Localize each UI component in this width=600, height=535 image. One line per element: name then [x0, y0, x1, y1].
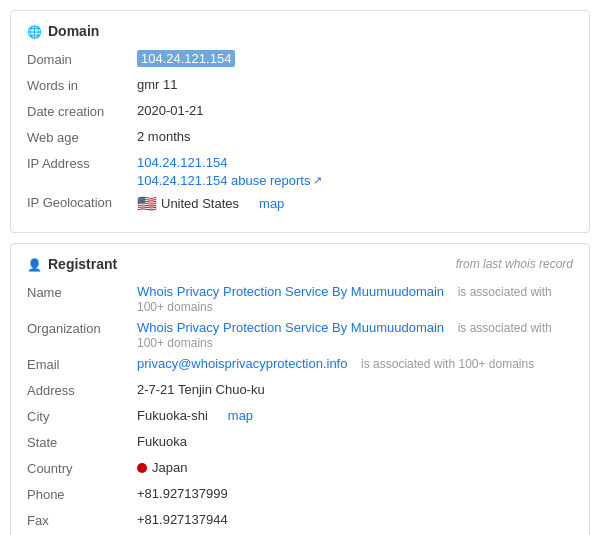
- state-value: Fukuoka: [137, 434, 573, 449]
- registrant-title: Registrant: [27, 256, 117, 272]
- organization-label: Organization: [27, 320, 137, 336]
- city-map-link[interactable]: map: [228, 408, 253, 423]
- date-creation-label: Date creation: [27, 103, 137, 119]
- ip-address-label: IP Address: [27, 155, 137, 171]
- us-flag-icon: 🇺🇸: [137, 194, 157, 213]
- country-name: Japan: [152, 460, 187, 475]
- web-age-value: 2 months: [137, 129, 573, 144]
- ip-address-row: IP Address 104.24.121.154 104.24.121.154…: [27, 155, 573, 188]
- email-row: Email privacy@whoisprivacyprotection.inf…: [27, 356, 573, 376]
- city-value: Fukuoka-shi map: [137, 408, 573, 423]
- country-label: Country: [27, 460, 137, 476]
- organization-link[interactable]: Whois Privacy Protection Service By Muum…: [137, 320, 444, 335]
- name-row: Name Whois Privacy Protection Service By…: [27, 284, 573, 314]
- email-value: privacy@whoisprivacyprotection.info is a…: [137, 356, 573, 371]
- email-link[interactable]: privacy@whoisprivacyprotection.info: [137, 356, 347, 371]
- domain-row: Domain 104.24.121.154: [27, 51, 573, 71]
- external-link-icon: ↗: [313, 174, 322, 187]
- address-value: 2-7-21 Tenjin Chuo-ku: [137, 382, 573, 397]
- ip-geolocation-row: IP Geolocation 🇺🇸 United States map: [27, 194, 573, 214]
- phone-label: Phone: [27, 486, 137, 502]
- words-in-row: Words in gmr 11: [27, 77, 573, 97]
- domain-highlighted[interactable]: 104.24.121.154: [137, 50, 235, 67]
- web-age-row: Web age 2 months: [27, 129, 573, 149]
- email-associated: is associated with 100+ domains: [361, 357, 534, 371]
- date-creation-value: 2020-01-21: [137, 103, 573, 118]
- city-row: City Fukuoka-shi map: [27, 408, 573, 428]
- words-in-value: gmr 11: [137, 77, 573, 92]
- address-row: Address 2-7-21 Tenjin Chuo-ku: [27, 382, 573, 402]
- email-label: Email: [27, 356, 137, 372]
- city-label: City: [27, 408, 137, 424]
- words-in-label: Words in: [27, 77, 137, 93]
- country-value: Japan: [137, 460, 573, 475]
- name-value: Whois Privacy Protection Service By Muum…: [137, 284, 573, 314]
- state-row: State Fukuoka: [27, 434, 573, 454]
- state-label: State: [27, 434, 137, 450]
- date-creation-row: Date creation 2020-01-21: [27, 103, 573, 123]
- phone-value: +81.927137999: [137, 486, 573, 501]
- ip-geolocation-label: IP Geolocation: [27, 194, 137, 210]
- country-row: Country Japan: [27, 460, 573, 480]
- organization-value: Whois Privacy Protection Service By Muum…: [137, 320, 573, 350]
- ip-link[interactable]: 104.24.121.154: [137, 155, 573, 170]
- domain-label: Domain: [27, 51, 137, 67]
- domain-value: 104.24.121.154: [137, 51, 573, 66]
- globe-icon: [27, 23, 42, 39]
- from-record-label: from last whois record: [456, 257, 573, 271]
- name-label: Name: [27, 284, 137, 300]
- abuse-link[interactable]: 104.24.121.154 abuse reports ↗: [137, 173, 573, 188]
- phone-row: Phone +81.927137999: [27, 486, 573, 506]
- registrant-section: Registrant from last whois record Name W…: [10, 243, 590, 535]
- country-dot-icon: [137, 463, 147, 473]
- person-icon: [27, 256, 42, 272]
- geo-map-link[interactable]: map: [259, 196, 284, 211]
- ip-address-value: 104.24.121.154 104.24.121.154 abuse repo…: [137, 155, 573, 188]
- ip-geolocation-value: 🇺🇸 United States map: [137, 194, 573, 213]
- web-age-label: Web age: [27, 129, 137, 145]
- fax-row: Fax +81.927137944: [27, 512, 573, 532]
- domain-section: Domain Domain 104.24.121.154 Words in gm…: [10, 10, 590, 233]
- geo-country: United States: [161, 196, 239, 211]
- fax-label: Fax: [27, 512, 137, 528]
- registrant-header: Registrant from last whois record: [27, 256, 573, 272]
- domain-section-title: Domain: [27, 23, 573, 39]
- name-link[interactable]: Whois Privacy Protection Service By Muum…: [137, 284, 444, 299]
- address-label: Address: [27, 382, 137, 398]
- organization-row: Organization Whois Privacy Protection Se…: [27, 320, 573, 350]
- fax-value: +81.927137944: [137, 512, 573, 527]
